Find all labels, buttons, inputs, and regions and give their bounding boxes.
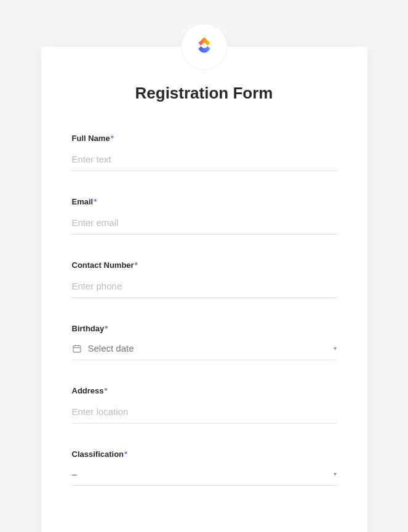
- label-classification: Classification*: [72, 449, 337, 459]
- label-text: Full Name: [72, 134, 110, 143]
- required-marker: *: [94, 197, 97, 206]
- chevron-down-icon: ▾: [334, 345, 337, 352]
- input-address[interactable]: [72, 403, 337, 424]
- required-marker: *: [124, 449, 127, 459]
- field-full-name: Full Name*: [72, 134, 337, 171]
- required-marker: *: [111, 134, 114, 143]
- label-text: Contact Number: [72, 260, 134, 270]
- birthday-placeholder: Select date: [88, 343, 334, 353]
- field-email: Email*: [72, 197, 337, 235]
- label-text: Birthday: [72, 324, 105, 333]
- input-contact-number[interactable]: [72, 277, 337, 298]
- svg-rect-0: [73, 345, 81, 352]
- field-contact-number: Contact Number*: [72, 260, 337, 298]
- label-contact-number: Contact Number*: [72, 260, 337, 270]
- required-marker: *: [105, 324, 108, 333]
- required-marker: *: [105, 386, 108, 395]
- input-birthday[interactable]: Select date ▾: [72, 341, 337, 360]
- chevron-down-icon: ▾: [334, 470, 337, 477]
- clickup-logo-icon: [194, 35, 215, 58]
- input-full-name[interactable]: [72, 150, 337, 171]
- page-title: Registration Form: [41, 84, 367, 103]
- label-birthday: Birthday*: [72, 324, 337, 333]
- label-text: Classification: [72, 449, 124, 459]
- input-classification[interactable]: – ▾: [72, 466, 337, 486]
- registration-form: Full Name* Email* Contact Number* Birthd…: [41, 134, 367, 486]
- field-classification: Classification* – ▾: [72, 449, 337, 486]
- label-text: Address: [72, 386, 104, 395]
- label-full-name: Full Name*: [72, 134, 337, 143]
- input-email[interactable]: [72, 214, 337, 235]
- label-text: Email: [72, 197, 94, 206]
- calendar-icon: [72, 344, 82, 353]
- form-card: Registration Form Full Name* Email* Cont…: [41, 47, 367, 532]
- field-address: Address*: [72, 386, 337, 424]
- classification-placeholder: –: [72, 469, 334, 479]
- required-marker: *: [135, 260, 138, 270]
- logo-circle: [181, 23, 228, 70]
- label-email: Email*: [72, 197, 337, 206]
- label-address: Address*: [72, 386, 337, 395]
- field-birthday: Birthday* Select date ▾: [72, 324, 337, 360]
